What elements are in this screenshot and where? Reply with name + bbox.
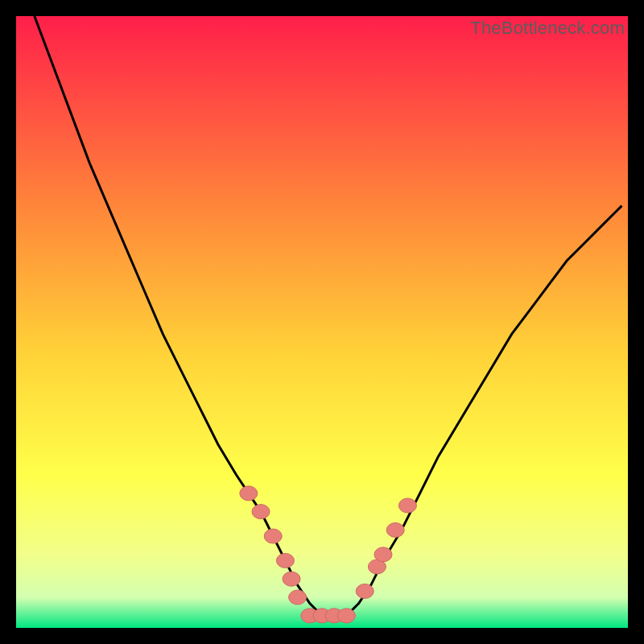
data-marker	[337, 609, 355, 623]
data-marker	[398, 498, 416, 513]
data-marker	[264, 529, 282, 543]
data-marker	[240, 486, 258, 501]
data-marker	[252, 505, 270, 519]
data-marker	[276, 553, 294, 568]
data-marker	[356, 584, 374, 598]
chart-frame: TheBottleneck.com	[16, 16, 628, 628]
data-marker	[283, 572, 300, 586]
bottleneck-chart	[16, 16, 628, 628]
data-marker	[374, 547, 392, 562]
data-marker	[386, 522, 404, 537]
data-marker	[289, 590, 307, 605]
watermark-text: TheBottleneck.com	[470, 18, 625, 39]
gradient-background	[16, 16, 628, 628]
